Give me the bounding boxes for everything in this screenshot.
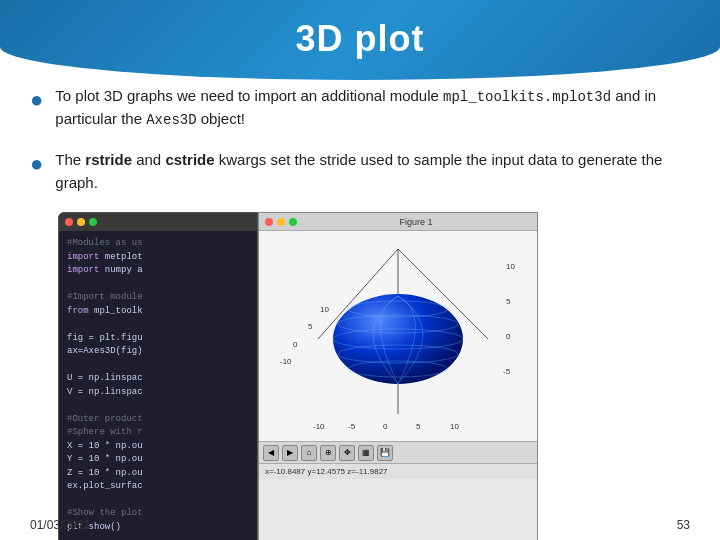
maximize-btn-icon[interactable] xyxy=(89,218,97,226)
code-line-3: import numpy a xyxy=(67,264,249,278)
ide-code-block: #Modules as us import metplot import num… xyxy=(59,231,257,540)
plot-toolbar: ◀ ▶ ⌂ ⊕ ✥ ▦ 💾 xyxy=(259,441,537,463)
x-label-10: 10 xyxy=(450,422,459,431)
plot-close-icon[interactable] xyxy=(265,218,273,226)
code-line-9: ax=Axes3D(fig) xyxy=(67,345,249,359)
code-line-14: #Outer product xyxy=(67,413,249,427)
plot-titlebar: Figure 1 xyxy=(259,213,537,231)
code-line-12: V = np.linspac xyxy=(67,386,249,400)
ide-window: #Modules as us import metplot import num… xyxy=(58,212,258,540)
footer: 01/03/2021 53 xyxy=(30,518,690,532)
plot-title-label: Figure 1 xyxy=(399,217,432,227)
code-line-20 xyxy=(67,494,249,508)
plot-coordinates: x=-10.8487 y=12.4575 z=-11.9827 xyxy=(265,467,388,476)
bullet-text-2: The rstride and cstride kwargs set the s… xyxy=(55,149,690,194)
page-title: 3D plot xyxy=(0,18,720,60)
sphere-shape xyxy=(333,294,463,384)
pan-button[interactable]: ✥ xyxy=(339,445,355,461)
plot-window: Figure 1 xyxy=(258,212,538,540)
footer-date: 01/03/2021 xyxy=(30,518,90,532)
minimize-btn-icon[interactable] xyxy=(77,218,85,226)
rstride-bold: rstride xyxy=(85,151,132,168)
code-line-15: #Sphere with r xyxy=(67,426,249,440)
back-button[interactable]: ◀ xyxy=(263,445,279,461)
code-axes3d: Axes3D xyxy=(146,112,196,128)
code-line-6: from mpl_toolk xyxy=(67,305,249,319)
y-label-5: 5 xyxy=(308,322,313,331)
z-label-n5: -5 xyxy=(503,367,511,376)
ide-titlebar xyxy=(59,213,257,231)
forward-button[interactable]: ▶ xyxy=(282,445,298,461)
plot-svg: 10 5 0 -5 -10 -5 0 5 10 -10 0 5 10 xyxy=(268,239,528,434)
cstride-bold: cstride xyxy=(165,151,214,168)
screenshot-area: #Modules as us import metplot import num… xyxy=(58,212,690,540)
home-button[interactable]: ⌂ xyxy=(301,445,317,461)
bullet-item-2: ● The rstride and cstride kwargs set the… xyxy=(30,149,690,194)
plot-statusbar: x=-10.8487 y=12.4575 z=-11.9827 xyxy=(259,463,537,479)
y-label-10: 10 xyxy=(320,305,329,314)
code-line-11: U = np.linspac xyxy=(67,372,249,386)
close-btn-icon[interactable] xyxy=(65,218,73,226)
x-label-5: 5 xyxy=(416,422,421,431)
z-label-5: 5 xyxy=(506,297,511,306)
plot-canvas: 10 5 0 -5 -10 -5 0 5 10 -10 0 5 10 xyxy=(259,231,537,441)
code-line-4 xyxy=(67,278,249,292)
code-line-17: Y = 10 * np.ou xyxy=(67,453,249,467)
code-line-1: #Modules as us xyxy=(67,237,249,251)
code-line-8: fig = plt.figu xyxy=(67,332,249,346)
code-line-2: import metplot xyxy=(67,251,249,265)
z-label-0: 0 xyxy=(506,332,511,341)
x-label-n5: -5 xyxy=(348,422,356,431)
code-line-16: X = 10 * np.ou xyxy=(67,440,249,454)
code-line-7 xyxy=(67,318,249,332)
bullet-text-1: To plot 3D graphs we need to import an a… xyxy=(55,85,690,131)
code-line-19: ex.plot_surfac xyxy=(67,480,249,494)
bullet-item-1: ● To plot 3D graphs we need to import an… xyxy=(30,85,690,131)
footer-page: 53 xyxy=(677,518,690,532)
bullet-dot-1: ● xyxy=(30,87,43,113)
plot-maximize-icon[interactable] xyxy=(289,218,297,226)
plot-minimize-icon[interactable] xyxy=(277,218,285,226)
main-content: ● To plot 3D graphs we need to import an… xyxy=(30,85,690,500)
save-button[interactable]: 💾 xyxy=(377,445,393,461)
x-label-n10: -10 xyxy=(313,422,325,431)
zoom-button[interactable]: ⊕ xyxy=(320,445,336,461)
code-line-5: #Import module xyxy=(67,291,249,305)
z-label-10: 10 xyxy=(506,262,515,271)
y-label-n10: -10 xyxy=(280,357,292,366)
y-label-n5: 0 xyxy=(293,340,298,349)
code-line-10 xyxy=(67,359,249,373)
code-line-13 xyxy=(67,399,249,413)
subplot-button[interactable]: ▦ xyxy=(358,445,374,461)
x-label-0: 0 xyxy=(383,422,388,431)
bullet-dot-2: ● xyxy=(30,151,43,177)
code-line-18: Z = 10 * np.ou xyxy=(67,467,249,481)
code-mpl-toolkits: mpl_toolkits.mplot3d xyxy=(443,89,611,105)
